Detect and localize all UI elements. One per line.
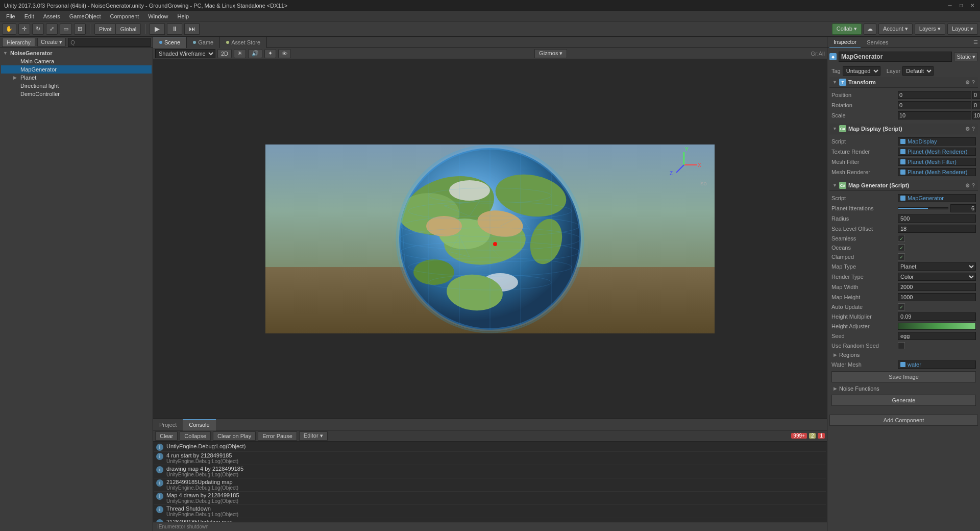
map-generator-help-icon[interactable]: ?	[972, 183, 975, 188]
mg-script-ref[interactable]: MapGenerator	[898, 194, 976, 202]
hierarchy-item-planet[interactable]: ▶ Planet	[1, 74, 152, 82]
regions-section-header[interactable]: ▶ Regions	[831, 350, 976, 359]
hand-tool-button[interactable]: ✋	[2, 23, 16, 35]
position-y-input[interactable]	[972, 91, 980, 99]
layer-dropdown[interactable]: Default	[902, 66, 934, 76]
rotation-y-input[interactable]	[972, 101, 980, 109]
hierarchy-item-maincamera[interactable]: Main Camera	[1, 57, 152, 65]
console-line[interactable]: i Thread Shutdown UnityEngine.Debug:Log(…	[154, 505, 826, 518]
clear-button[interactable]: Clear	[155, 431, 178, 441]
game-tab[interactable]: Game	[187, 37, 220, 48]
hierarchy-search-input[interactable]	[68, 38, 151, 47]
hierarchy-item-mapgenerator[interactable]: MapGenerator	[1, 65, 152, 74]
transform-menu-icon[interactable]: ⚙	[965, 80, 970, 85]
minimize-button[interactable]: ─	[946, 2, 953, 9]
menu-window[interactable]: Window	[144, 12, 172, 20]
generate-button[interactable]: Generate	[831, 395, 976, 406]
viewport[interactable]: X Y Z Iso	[153, 59, 827, 419]
services-tab[interactable]: Services	[863, 37, 892, 48]
static-button[interactable]: Static ▾	[954, 53, 978, 61]
collapse-button[interactable]: Collapse	[180, 431, 211, 441]
noise-functions-header[interactable]: ▶ Noise Functions	[831, 384, 976, 393]
sea-level-offset-input[interactable]	[898, 225, 976, 233]
global-button[interactable]: Global	[116, 23, 141, 35]
close-button[interactable]: ✕	[969, 2, 976, 9]
shading-mode-dropdown[interactable]: Shaded Wireframe Shaded Wireframe	[155, 49, 215, 58]
planet-iterations-value[interactable]	[950, 204, 976, 212]
2d-toggle-button[interactable]: 2D	[217, 49, 232, 58]
inspector-options-icon[interactable]: ☰	[973, 39, 978, 45]
console-line[interactable]: i 4 run start by 2128499185 UnityEngine.…	[154, 452, 826, 465]
radius-input[interactable]	[898, 214, 976, 223]
seamless-checkbox[interactable]	[898, 235, 905, 242]
map-width-input[interactable]	[898, 283, 976, 291]
rotate-tool-button[interactable]: ↻	[32, 23, 44, 35]
inspector-tab[interactable]: Inspector	[829, 37, 861, 48]
rect-tool-button[interactable]: ▭	[60, 23, 72, 35]
menu-component[interactable]: Component	[106, 12, 143, 20]
seed-input[interactable]	[898, 332, 976, 340]
console-line[interactable]: i 2128499185Updating map UnityEngine.Deb…	[154, 478, 826, 492]
object-name-field[interactable]	[839, 52, 952, 62]
lighting-toggle-button[interactable]: ☀	[234, 49, 246, 58]
position-x-input[interactable]	[898, 91, 971, 99]
audio-toggle-button[interactable]: 🔊	[248, 49, 262, 58]
gizmos-button[interactable]: Gizmos ▾	[534, 49, 567, 58]
use-random-seed-checkbox[interactable]	[898, 342, 905, 349]
render-type-dropdown[interactable]: Color Height	[898, 273, 976, 281]
multi-tool-button[interactable]: ⊞	[74, 23, 86, 35]
script-ref[interactable]: MapDisplay	[898, 137, 976, 146]
tag-dropdown[interactable]: Untagged	[843, 66, 880, 76]
menu-help[interactable]: Help	[173, 12, 193, 20]
map-display-header[interactable]: ▼ C# Map Display (Script) ⚙ ?	[829, 124, 978, 134]
move-tool-button[interactable]: ✛	[18, 23, 30, 35]
menu-assets[interactable]: Assets	[39, 12, 64, 20]
transform-header[interactable]: ▼ T Transform ⚙ ?	[829, 77, 978, 88]
collab-button[interactable]: Collab ▾	[832, 23, 862, 35]
scale-x-input[interactable]	[898, 111, 971, 119]
mesh-renderer-ref[interactable]: Planet (Mesh Renderer)	[898, 168, 976, 176]
menu-gameobject[interactable]: GameObject	[65, 12, 105, 20]
play-button[interactable]: ▶	[150, 23, 165, 35]
map-height-input[interactable]	[898, 293, 976, 301]
layout-button[interactable]: Layout ▾	[947, 23, 978, 35]
hierarchy-create-button[interactable]: Create ▾	[37, 38, 66, 46]
planet-iterations-slider[interactable]	[898, 207, 948, 209]
console-line[interactable]: i Map 4 drawn by 2128499185 UnityEngine.…	[154, 492, 826, 505]
height-adjuster-bar[interactable]	[898, 323, 976, 330]
oceans-checkbox[interactable]	[898, 244, 905, 251]
step-button[interactable]: ⏭	[184, 23, 200, 35]
scale-y-input[interactable]	[972, 111, 980, 119]
save-image-button[interactable]: Save Image	[831, 371, 976, 382]
asset-store-tab[interactable]: Asset Store	[220, 37, 267, 48]
layers-button[interactable]: Layers ▾	[915, 23, 945, 35]
texture-render-ref[interactable]: Planet (Mesh Renderer)	[898, 148, 976, 156]
account-button[interactable]: Account ▾	[878, 23, 913, 35]
menu-file[interactable]: File	[2, 12, 19, 20]
map-type-dropdown[interactable]: Planet Flat	[898, 262, 976, 271]
clamped-checkbox[interactable]	[898, 253, 905, 260]
map-display-menu-icon[interactable]: ⚙	[965, 126, 970, 132]
mesh-filter-ref[interactable]: Planet (Mesh Filter)	[898, 158, 976, 166]
transform-help-icon[interactable]: ?	[972, 80, 975, 85]
cloud-button[interactable]: ☁	[864, 23, 876, 35]
editor-button[interactable]: Editor ▾	[299, 431, 328, 441]
hierarchy-item-noisegenerator[interactable]: ▼ NoiseGenerator	[1, 49, 152, 57]
rotation-x-input[interactable]	[898, 101, 971, 109]
project-tab[interactable]: Project	[153, 419, 183, 430]
water-mesh-ref[interactable]: water	[898, 360, 976, 369]
pause-button[interactable]: ⏸	[167, 23, 182, 35]
add-component-button[interactable]: Add Component	[829, 415, 978, 426]
pivot-button[interactable]: Pivot	[94, 23, 116, 35]
hierarchy-item-directionallight[interactable]: Directional light	[1, 82, 152, 90]
clear-on-play-button[interactable]: Clear on Play	[213, 431, 256, 441]
console-line[interactable]: i 2128499185Updating map UnityEngine.Deb…	[154, 518, 826, 522]
hierarchy-tab[interactable]: Hierarchy	[2, 38, 35, 47]
effects-toggle-button[interactable]: ✦	[264, 49, 276, 58]
console-line[interactable]: i UntiyEngine.Debug:Log(Object)	[154, 443, 826, 452]
scale-tool-button[interactable]: ⤢	[46, 23, 58, 35]
hidden-toggle-button[interactable]: 👁	[278, 49, 291, 58]
error-pause-button[interactable]: Error Pause	[258, 431, 297, 441]
height-multiplier-input[interactable]	[898, 312, 976, 321]
hierarchy-item-democontroller[interactable]: DemoController	[1, 90, 152, 98]
